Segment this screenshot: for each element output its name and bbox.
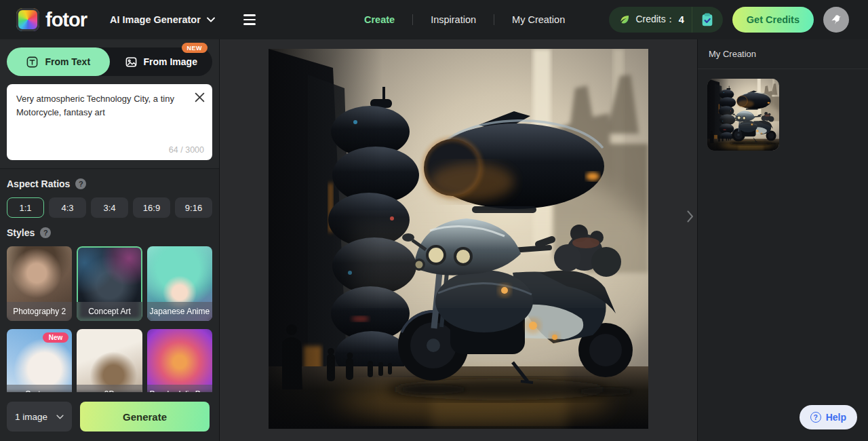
result-canvas bbox=[220, 39, 697, 441]
daily-checkin-clipboard-icon[interactable] bbox=[700, 12, 715, 27]
mode-tabs: From Text From Image NEW bbox=[7, 47, 212, 76]
nav-item-create[interactable]: Create bbox=[364, 14, 395, 25]
character-counter: 64 / 3000 bbox=[169, 145, 204, 155]
tool-selector-label: AI Image Generator bbox=[110, 14, 201, 25]
tab-from-text[interactable]: From Text bbox=[7, 47, 110, 76]
nav-item-my-creation[interactable]: My Creation bbox=[512, 14, 565, 25]
bird-icon bbox=[829, 13, 843, 26]
generated-artwork-svg bbox=[269, 49, 648, 429]
credits-value: 4 bbox=[679, 14, 684, 25]
generate-button[interactable]: Generate bbox=[80, 402, 210, 432]
aspect-ratios-help-icon[interactable]: ? bbox=[75, 178, 86, 189]
nav-item-inspiration[interactable]: Inspiration bbox=[431, 14, 476, 25]
help-question-icon: ? bbox=[810, 412, 821, 423]
sidebar-scroll-area[interactable]: From Text From Image NEW Very atmospheri… bbox=[0, 39, 219, 392]
styles-title: Styles bbox=[7, 227, 35, 238]
prompt-input[interactable]: Very atmospheric Technology City, a tiny… bbox=[7, 84, 212, 138]
leaf-icon bbox=[618, 14, 631, 26]
chevron-down-icon bbox=[56, 415, 64, 419]
tool-selector-dropdown[interactable]: AI Image Generator bbox=[110, 14, 215, 25]
generated-artwork-svg bbox=[707, 79, 779, 151]
nav-separator bbox=[494, 14, 494, 25]
main-layout: From Text From Image NEW Very atmospheri… bbox=[0, 39, 868, 441]
chevron-down-icon bbox=[207, 17, 215, 22]
style-japanese-anime[interactable]: Japanese Anime bbox=[147, 246, 212, 321]
fotor-logo[interactable]: fotor bbox=[16, 8, 87, 31]
aspect-ratios-title: Aspect Ratios bbox=[7, 178, 70, 189]
tab-from-text-label: From Text bbox=[45, 56, 90, 67]
clear-prompt-icon[interactable] bbox=[193, 90, 206, 104]
fotor-app: fotor AI Image Generator Create Inspirat… bbox=[0, 0, 868, 441]
styles-help-icon[interactable]: ? bbox=[40, 227, 51, 238]
help-button[interactable]: ? Help bbox=[800, 405, 857, 429]
style-3d[interactable]: 3D bbox=[77, 329, 142, 392]
hamburger-menu-icon[interactable] bbox=[241, 12, 258, 27]
style-new-badge: New bbox=[43, 332, 69, 343]
tab-from-image-label: From Image bbox=[144, 56, 197, 67]
help-label: Help bbox=[826, 412, 846, 423]
style-photography-2[interactable]: Photography 2 bbox=[7, 246, 72, 321]
aspect-ratio-section: Aspect Ratios ? 1:1 4:3 3:4 16:9 9:16 bbox=[0, 169, 219, 218]
prompt-box: Very atmospheric Technology City, a tiny… bbox=[7, 84, 212, 160]
nav-menu: Create Inspiration My Creation bbox=[364, 0, 565, 39]
ratio-9-16[interactable]: 9:16 bbox=[175, 197, 212, 218]
image-count-value: 1 image bbox=[15, 412, 47, 422]
generated-image[interactable] bbox=[269, 49, 648, 429]
my-creation-header: My Creation bbox=[698, 39, 868, 69]
prompt-section: From Text From Image NEW Very atmospheri… bbox=[0, 39, 219, 169]
my-creation-title: My Creation bbox=[709, 49, 756, 59]
styles-grid: Photography 2 Concept Art Japanese Anime… bbox=[7, 246, 212, 392]
credits-separator bbox=[692, 7, 692, 33]
image-icon bbox=[125, 56, 138, 69]
generator-sidebar: From Text From Image NEW Very atmospheri… bbox=[0, 39, 220, 441]
new-badge: NEW bbox=[182, 43, 208, 53]
creation-thumbnail[interactable] bbox=[707, 79, 779, 151]
credits-pill[interactable]: Credits： 4 bbox=[609, 7, 722, 33]
user-avatar[interactable] bbox=[823, 7, 849, 33]
collapse-panel-chevron-icon[interactable] bbox=[687, 210, 694, 223]
ratio-3-4[interactable]: 3:4 bbox=[91, 197, 128, 218]
nav-separator bbox=[412, 14, 413, 25]
text-icon bbox=[26, 56, 39, 69]
styles-section: Styles ? Photography 2 Concept Art Japan… bbox=[0, 218, 219, 392]
brand-name: fotor bbox=[45, 9, 87, 31]
ratio-options: 1:1 4:3 3:4 16:9 9:16 bbox=[7, 197, 212, 218]
navbar: fotor AI Image Generator Create Inspirat… bbox=[0, 0, 868, 39]
style-concept-art[interactable]: Concept Art bbox=[77, 246, 142, 321]
ratio-16-9[interactable]: 16:9 bbox=[133, 197, 170, 218]
image-count-select[interactable]: 1 image bbox=[7, 402, 72, 432]
style-cartoon[interactable]: New Cartoon bbox=[7, 329, 72, 392]
style-psychedelic-pop[interactable]: Psychedelic Pop bbox=[147, 329, 212, 392]
get-credits-button[interactable]: Get Credits bbox=[732, 7, 814, 33]
generate-bar: 1 image Generate bbox=[0, 392, 219, 441]
fotor-logo-icon bbox=[16, 8, 39, 31]
ratio-4-3[interactable]: 4:3 bbox=[49, 197, 86, 218]
credits-label: Credits： bbox=[635, 14, 675, 26]
ratio-1-1[interactable]: 1:1 bbox=[7, 197, 44, 218]
my-creation-panel: My Creation bbox=[697, 39, 868, 441]
navbar-right: Credits： 4 Get Credits bbox=[609, 7, 849, 33]
